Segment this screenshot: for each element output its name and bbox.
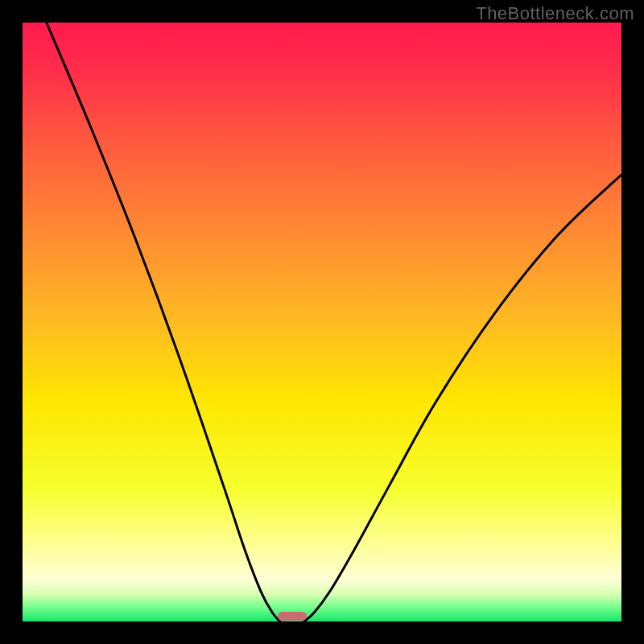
- bottleneck-chart: [23, 23, 621, 621]
- bottleneck-marker: [278, 612, 307, 621]
- chart-frame: TheBottleneck.com: [0, 0, 644, 644]
- watermark-text: TheBottleneck.com: [476, 3, 634, 24]
- chart-background: [23, 23, 621, 621]
